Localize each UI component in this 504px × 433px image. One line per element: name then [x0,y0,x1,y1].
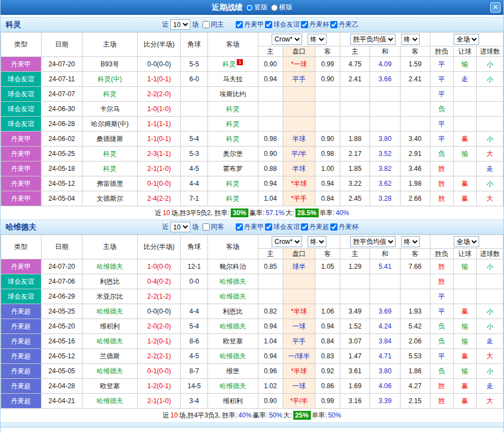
match-row: 丹麦甲24-07-20哈维德夫1-0(0-0)12-1靴尔科治0.85球半1.0… [1,259,503,274]
odds-away-cell: 0.83 [315,349,340,364]
odds-home-cell: 0.85 [258,259,283,274]
footer-stat: 赢率: [253,411,268,420]
odds-handicap-cell: *半球 [283,176,315,191]
avg-time-select[interactable]: 终 [401,236,420,247]
league-type-cell: 球会友谊 [1,117,41,132]
corner-cell: 4-4 [181,304,207,319]
same-filter-checkbox[interactable] [202,21,210,28]
footer-stat: 50% [269,411,282,419]
avg-time-select[interactable]: 终 [401,34,420,45]
corner-cell: 4-5 [181,161,207,176]
filters-bar: 近 10 场 同客 丹麦甲球会友谊丹麦超丹麦杯 [162,222,358,232]
league-checkbox[interactable] [236,223,243,231]
odds-away-cell [315,102,340,117]
odds-source-select[interactable]: Crow* [272,236,302,247]
col-score-header: 比分(半场) [137,235,181,259]
vertical-layout-radio[interactable] [246,4,253,11]
league-filter[interactable]: 丹麦杯 [330,222,358,232]
odds-time-select[interactable]: 终 [308,236,326,247]
match-count-select[interactable]: 10 [170,19,190,30]
result-handicap-cell: 输 [453,147,476,161]
league-filter[interactable]: 球会友谊 [265,20,300,29]
league-checkbox[interactable] [330,223,337,231]
avg-draw-cell: 3.28 [370,191,400,206]
avg-away-cell: 1.93 [400,304,430,319]
match-row: 丹麦甲24-05-18科灵2-1(1-0)4-5霍布罗0.88半球1.001.8… [1,161,503,176]
same-venue-filter[interactable]: 同客 [202,222,224,232]
matches-table: 类型 日期 主场 比分(半场) 角球 客场 Crow* 终 胜平负均值 终 全场 [1,234,503,409]
league-filter[interactable]: 丹麦超 [301,222,329,232]
horizontal-layout-radio[interactable] [271,4,278,11]
odds-handicap-cell: 平手 [283,72,315,87]
near-label: 近 [162,20,169,29]
away-team-cell: 科灵 [207,176,258,191]
odds-home-cell [258,87,283,102]
home-team-cell: 科灵 [82,87,137,102]
result-wdl-cell: 负 [430,147,453,161]
league-checkbox[interactable] [265,21,272,28]
layout-option-vertical[interactable]: 竖版 [246,3,268,12]
away-team-name: 科灵 [226,120,240,128]
footer-stat: 40% [238,411,252,419]
league-filter[interactable]: 丹麦杯 [301,20,329,29]
odds-source-select[interactable]: Crow* [272,34,302,45]
result-wdl-cell: 平 [430,72,453,87]
league-type-cell: 丹麦超 [1,379,41,394]
odds-away-cell: 1.06 [315,304,340,319]
league-checkbox[interactable] [265,223,272,231]
away-team-name: 马夫拉 [223,75,243,83]
home-team-name: 欧登塞 [100,382,120,390]
match-count-select[interactable]: 10 [170,222,190,232]
league-checkbox[interactable] [330,21,337,28]
odds-home-cell: 0.94 [258,176,283,191]
home-team-cell: 利恩比 [82,274,137,289]
avg-home-cell: 1.85 [340,161,370,176]
odds-away-cell: 0.86 [315,379,340,394]
league-label: 丹麦杯 [309,20,329,29]
league-filter[interactable]: 球会友谊 [265,222,300,232]
filters-bar: 近 10 场 同主 丹麦甲球会友谊丹麦杯丹麦乙 [162,19,358,30]
avg-odds-select[interactable]: 胜平负均值 [350,236,396,247]
scope-select[interactable]: 全场 [454,34,479,45]
away-team-cell: 科灵 [207,132,258,147]
away-team-name: 哈维德夫 [220,382,246,390]
league-label: 丹麦甲 [244,20,264,29]
close-icon[interactable]: ✕ [490,2,501,13]
result-wdl-cell: 胜 [430,379,453,394]
result-goals-cell: 小 [476,176,503,191]
layout-option-horizontal[interactable]: 横版 [271,3,293,12]
avg-away-cell: 5.53 [400,349,430,364]
avg-odds-select[interactable]: 胜平负均值 [350,34,396,45]
odds-home-cell [258,274,283,289]
footer-stat: 大: [285,208,294,218]
scope-select-cell: 全场 [430,235,503,249]
away-team-name: 哈维德夫 [220,352,246,360]
league-checkbox[interactable] [301,21,308,28]
same-venue-filter[interactable]: 同主 [202,20,224,29]
odds-home-header: 主 [258,249,283,259]
match-date-cell: 24-06-30 [41,102,82,117]
match-row: 球会友谊24-07-06利恩比0-4(0-2)0-0哈维德夫胜 [1,274,503,289]
matches-table: 类型 日期 主场 比分(半场) 角球 客场 Crow* 终 胜平负均值 终 全场 [1,32,503,206]
result-handicap-cell: 输 [453,57,476,72]
odds-handicap-header: 盘口 [283,249,315,259]
avg-draw-cell: 4.71 [370,349,400,364]
same-filter-checkbox[interactable] [202,223,210,231]
odds-handicap-cell [283,274,315,289]
result-wdl-cell: 平 [430,349,453,364]
league-filter[interactable]: 丹麦甲 [236,222,264,232]
league-type-cell: 丹麦超 [1,364,41,379]
match-row: 丹麦甲24-05-04文德斯尔2-4(2-2)7-1科灵1.04*平手0.842… [1,191,503,206]
odds-time-select[interactable]: 终 [308,34,326,45]
league-label: 球会友谊 [273,20,300,29]
league-checkbox[interactable] [236,21,243,28]
corner-cell: 5-4 [181,319,207,334]
scope-select[interactable]: 全场 [454,236,479,247]
league-filter[interactable]: 丹麦甲 [236,20,264,29]
odds-handicap-cell: 平手 [283,334,315,349]
scope-select-cell: 全场 [430,33,503,46]
league-checkbox[interactable] [301,223,308,231]
league-filter[interactable]: 丹麦乙 [330,20,358,29]
result-handicap-cell: 赢 [453,349,476,364]
section-footer: 近10场,胜4平3负3, 胜率:40% 赢率:50% 大: 25% 单率:50% [1,409,503,422]
